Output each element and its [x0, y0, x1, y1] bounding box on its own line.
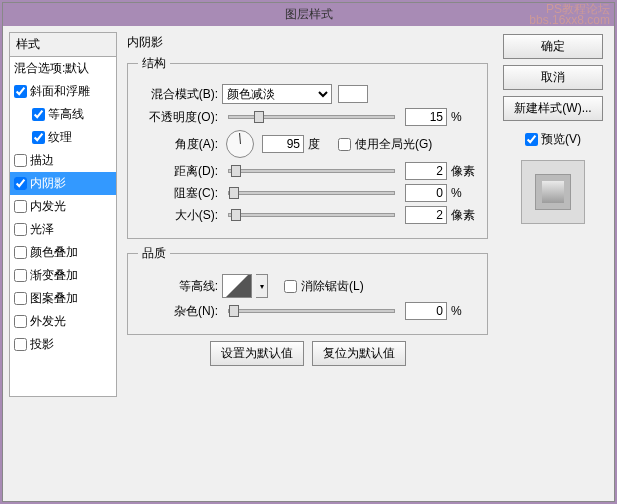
style-item[interactable]: 图案叠加: [10, 287, 116, 310]
titlebar: 图层样式 PS教程论坛 bbs.16xx8.com: [3, 3, 614, 26]
style-item[interactable]: 外发光: [10, 310, 116, 333]
structure-legend: 结构: [138, 55, 170, 72]
noise-label: 杂色(N):: [138, 303, 218, 320]
noise-input[interactable]: [405, 302, 447, 320]
distance-unit: 像素: [451, 163, 477, 180]
action-panel: 确定 取消 新建样式(W)... 预览(V): [498, 32, 608, 494]
opacity-unit: %: [451, 110, 477, 124]
shadow-color-swatch[interactable]: [338, 85, 368, 103]
style-label: 光泽: [30, 221, 54, 238]
preview-thumbnail: [535, 174, 571, 210]
style-checkbox[interactable]: [14, 177, 27, 190]
size-input[interactable]: [405, 206, 447, 224]
window-title: 图层样式: [285, 7, 333, 21]
blend-mode-select[interactable]: 颜色减淡: [222, 84, 332, 104]
style-label: 投影: [30, 336, 54, 353]
style-item[interactable]: 投影: [10, 333, 116, 356]
panel-title: 内阴影: [123, 32, 492, 55]
preview-label: 预览(V): [541, 131, 581, 148]
style-checkbox[interactable]: [14, 246, 27, 259]
style-checkbox[interactable]: [32, 131, 45, 144]
contour-dropdown-icon[interactable]: ▾: [256, 274, 268, 298]
blend-options-item[interactable]: 混合选项:默认: [10, 57, 116, 80]
noise-slider[interactable]: [228, 309, 395, 313]
quality-group: 品质 等高线: ▾ 消除锯齿(L) 杂色(N): %: [127, 245, 488, 335]
choke-slider[interactable]: [228, 191, 395, 195]
style-label: 外发光: [30, 313, 66, 330]
distance-slider[interactable]: [228, 169, 395, 173]
watermark: PS教程论坛 bbs.16xx8.com: [529, 4, 610, 26]
style-label: 内阴影: [30, 175, 66, 192]
style-label: 图案叠加: [30, 290, 78, 307]
styles-header: 样式: [9, 32, 117, 57]
opacity-label: 不透明度(O):: [138, 109, 218, 126]
style-item[interactable]: 渐变叠加: [10, 264, 116, 287]
opacity-slider[interactable]: [228, 115, 395, 119]
choke-label: 阻塞(C):: [138, 185, 218, 202]
new-style-button[interactable]: 新建样式(W)...: [503, 96, 603, 121]
global-light-checkbox[interactable]: [338, 138, 351, 151]
style-item[interactable]: 内阴影: [10, 172, 116, 195]
style-label: 斜面和浮雕: [30, 83, 90, 100]
styles-list: 混合选项:默认 斜面和浮雕等高线纹理描边内阴影内发光光泽颜色叠加渐变叠加图案叠加…: [9, 57, 117, 397]
style-label: 纹理: [48, 129, 72, 146]
style-checkbox[interactable]: [14, 223, 27, 236]
style-label: 描边: [30, 152, 54, 169]
quality-legend: 品质: [138, 245, 170, 262]
style-item[interactable]: 描边: [10, 149, 116, 172]
antialias-checkbox[interactable]: [284, 280, 297, 293]
choke-unit: %: [451, 186, 477, 200]
style-item[interactable]: 斜面和浮雕: [10, 80, 116, 103]
choke-input[interactable]: [405, 184, 447, 202]
reset-default-button[interactable]: 复位为默认值: [312, 341, 406, 366]
angle-dial[interactable]: [226, 130, 254, 158]
style-checkbox[interactable]: [14, 85, 27, 98]
noise-unit: %: [451, 304, 477, 318]
size-label: 大小(S):: [138, 207, 218, 224]
style-checkbox[interactable]: [14, 154, 27, 167]
size-unit: 像素: [451, 207, 477, 224]
settings-panel: 内阴影 结构 混合模式(B): 颜色减淡 不透明度(O): % 角度(A):: [123, 32, 492, 494]
ok-button[interactable]: 确定: [503, 34, 603, 59]
style-item[interactable]: 等高线: [10, 103, 116, 126]
blend-mode-label: 混合模式(B):: [138, 86, 218, 103]
set-default-button[interactable]: 设置为默认值: [210, 341, 304, 366]
style-item[interactable]: 光泽: [10, 218, 116, 241]
antialias-label: 消除锯齿(L): [301, 278, 364, 295]
opacity-input[interactable]: [405, 108, 447, 126]
style-checkbox[interactable]: [32, 108, 45, 121]
style-item[interactable]: 纹理: [10, 126, 116, 149]
distance-input[interactable]: [405, 162, 447, 180]
style-label: 内发光: [30, 198, 66, 215]
angle-input[interactable]: [262, 135, 304, 153]
style-label: 颜色叠加: [30, 244, 78, 261]
angle-label: 角度(A):: [138, 136, 218, 153]
style-item[interactable]: 内发光: [10, 195, 116, 218]
style-checkbox[interactable]: [14, 200, 27, 213]
contour-label: 等高线:: [138, 278, 218, 295]
distance-label: 距离(D):: [138, 163, 218, 180]
style-checkbox[interactable]: [14, 315, 27, 328]
angle-unit: 度: [308, 136, 334, 153]
cancel-button[interactable]: 取消: [503, 65, 603, 90]
style-checkbox[interactable]: [14, 292, 27, 305]
structure-group: 结构 混合模式(B): 颜色减淡 不透明度(O): % 角度(A): 度: [127, 55, 488, 239]
contour-swatch[interactable]: [222, 274, 252, 298]
size-slider[interactable]: [228, 213, 395, 217]
preview-checkbox[interactable]: [525, 133, 538, 146]
layer-style-dialog: 图层样式 PS教程论坛 bbs.16xx8.com 样式 混合选项:默认 斜面和…: [2, 2, 615, 502]
global-light-label: 使用全局光(G): [355, 136, 432, 153]
style-checkbox[interactable]: [14, 269, 27, 282]
style-label: 渐变叠加: [30, 267, 78, 284]
style-item[interactable]: 颜色叠加: [10, 241, 116, 264]
styles-sidebar: 样式 混合选项:默认 斜面和浮雕等高线纹理描边内阴影内发光光泽颜色叠加渐变叠加图…: [9, 32, 117, 494]
style-label: 等高线: [48, 106, 84, 123]
style-checkbox[interactable]: [14, 338, 27, 351]
preview-box: [521, 160, 585, 224]
